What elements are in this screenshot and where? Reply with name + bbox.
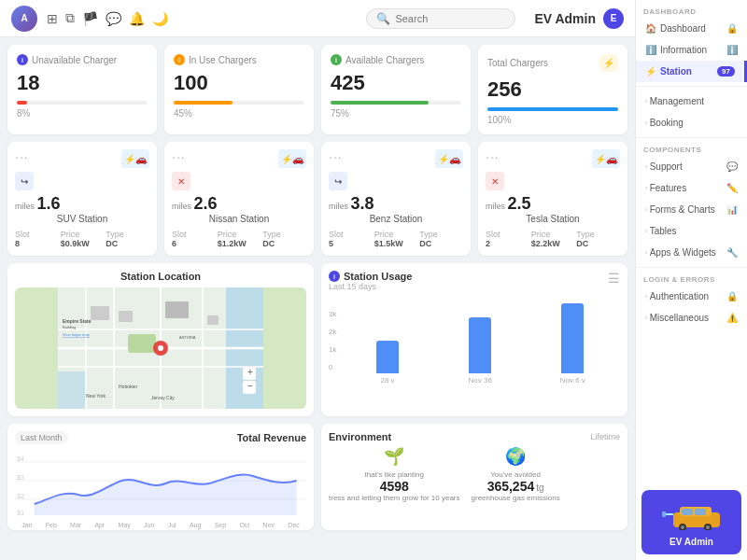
station-nav-nissan[interactable]: ✕ [172, 172, 190, 190]
stat-card-inuse: i In Use Chargers 100 45% [164, 45, 314, 134]
bar-item-2: Nov 36 [437, 317, 524, 385]
search-bar[interactable]: 🔍 [366, 8, 515, 29]
dashboard-icon: 🏠 [645, 23, 656, 34]
svg-rect-11 [91, 306, 109, 320]
sidebar-item-tables[interactable]: ‹ Tables [636, 220, 747, 242]
bar-label-2: Nov 36 [469, 376, 492, 385]
grid-icon[interactable]: ⊞ [47, 11, 58, 26]
usage-menu-icon[interactable]: ☰ [608, 271, 620, 286]
svg-text:New York: New York [86, 393, 106, 399]
stat-card-title-inuse: i In Use Chargers [174, 54, 304, 65]
sidebar-item-dashboard[interactable]: 🏠 Dashboard 🔒 [636, 18, 747, 39]
sidebar-item-misc[interactable]: ‹ Miscellaneous ⚠️ [636, 307, 747, 329]
env-trees-desc: that's like planting [329, 470, 460, 479]
chat-icon[interactable]: 💬 [106, 11, 121, 26]
stat-card-unavailable: i Unavailable Charger 18 8% [7, 45, 157, 134]
sidebar-label-forms: Forms & Charts [650, 204, 726, 215]
station-distance-benz: 3.8 [351, 194, 374, 213]
stat-value-total: 256 [487, 77, 618, 102]
ev-admin-card: EV Admin [641, 490, 741, 554]
station-ev-icon-nissan: ⚡🚗 [278, 149, 306, 168]
station-nav-benz[interactable]: ↪ [329, 172, 347, 190]
usage-subtitle: Last 15 days [329, 282, 412, 291]
svg-point-42 [681, 525, 684, 529]
station-card-tesla: ··· ⚡🚗 ✕ miles 2.5 Tesla Station Slot2 P… [478, 142, 627, 256]
bar-chart: 28 v Nov 36 Nov 6 v [340, 310, 620, 385]
chevron-auth: ‹ [645, 292, 648, 301]
sidebar-section-label-dashboard: DASHBOARD [636, 4, 747, 18]
stat-bar-fill-total [487, 107, 618, 111]
bar-fill-3 [561, 303, 584, 373]
search-input[interactable] [395, 13, 507, 24]
avatar: A [11, 6, 37, 32]
sidebar-item-apps[interactable]: ‹ Apps & Widgets 🔧 [636, 242, 747, 263]
tree-icon: 🌱 [329, 446, 460, 467]
sidebar-item-forms[interactable]: ‹ Forms & Charts 📊 [636, 199, 747, 220]
revenue-line-chart: $4 $3 $2 $1 [15, 448, 306, 523]
svg-rect-36 [662, 511, 666, 517]
sidebar-label-information: Information [660, 45, 726, 55]
station-miles-nissan: miles [172, 202, 194, 211]
bar-fill-1 [376, 341, 399, 373]
sidebar-badge-station: 97 [717, 66, 735, 77]
info-icon-unavailable: i [17, 54, 28, 65]
svg-rect-13 [165, 301, 189, 318]
sidebar-icon-support: 💬 [726, 161, 738, 172]
stat-bar-unavailable [17, 101, 148, 105]
sidebar-icon-apps: 🔧 [726, 247, 738, 258]
sidebar-label-misc: Miscellaneous [650, 313, 726, 323]
brand-icon: E [603, 8, 624, 29]
station-nav-tesla[interactable]: ✕ [486, 172, 504, 190]
map-card-title: Station Location [15, 271, 306, 282]
sidebar-lock-icon-dashboard: 🔒 [726, 23, 738, 34]
layout-icon[interactable]: ⧉ [65, 10, 75, 26]
sidebar-item-auth[interactable]: ‹ Authentication 🔒 [636, 286, 747, 307]
station-cards-row: ··· ⚡🚗 ↪ miles 1.6 SUV Station Slot8 Pri… [7, 142, 627, 256]
env-co2-value: 365,254 [487, 479, 535, 494]
svg-rect-10 [128, 334, 156, 353]
sidebar-section-label-components: COMPONENTS [636, 142, 747, 156]
station-miles-benz: miles [329, 202, 351, 211]
chevron-forms: ‹ [645, 205, 648, 214]
sidebar-label-station: Station [660, 66, 717, 77]
station-card-header-nissan: ··· ⚡🚗 [172, 149, 306, 168]
bell-icon[interactable]: 🔔 [129, 11, 145, 26]
station-card-header-tesla: ··· ⚡🚗 [486, 149, 620, 168]
station-details-tesla: Slot2 Price$2.2kW TypeDC [486, 230, 620, 248]
stat-bar-fill-available [331, 101, 429, 105]
svg-point-44 [706, 525, 710, 529]
svg-text:$1: $1 [17, 510, 24, 517]
station-details-benz: Slot5 Price$1.5kW TypeDC [329, 230, 463, 248]
stat-card-total: Total Chargers ⚡ 256 100% [478, 45, 627, 134]
moon-icon[interactable]: 🌙 [152, 11, 168, 26]
sidebar: DASHBOARD 🏠 Dashboard 🔒 ℹ️ Information ℹ… [635, 0, 747, 560]
revenue-card: Last Month Total Revenue $4 $3 $2 [7, 424, 314, 530]
stat-percent-unavailable: 8% [17, 108, 148, 119]
sidebar-item-features[interactable]: ‹ Features ✏️ [636, 177, 747, 199]
map-container[interactable]: Empire State Building View larger map Ho… [15, 287, 306, 409]
station-miles-tesla: miles [486, 202, 508, 211]
header-right: EV Admin E [534, 8, 624, 29]
content-area: i Unavailable Charger 18 8% i In Use Cha… [0, 37, 635, 560]
station-nav-suv[interactable]: ↪ [15, 172, 34, 190]
stat-value-inuse: 100 [174, 71, 304, 95]
sidebar-item-booking[interactable]: ‹ Booking [636, 112, 747, 133]
sidebar-item-management[interactable]: ‹ Management [636, 91, 747, 112]
sidebar-icon-forms: 📊 [726, 204, 738, 215]
flag-icon[interactable]: 🏴 [82, 11, 98, 26]
chevron-apps: ‹ [645, 248, 648, 257]
sidebar-label-auth: Authentication [650, 291, 726, 301]
stat-card-available: i Available Chargers 425 75% [321, 45, 471, 134]
stat-card-title-unavailable: i Unavailable Charger [17, 54, 148, 65]
svg-text:Empire State: Empire State [63, 318, 92, 324]
sidebar-item-information[interactable]: ℹ️ Information ℹ️ [636, 39, 747, 61]
chevron-tables: ‹ [645, 227, 648, 235]
svg-rect-40 [695, 509, 706, 515]
sidebar-item-station[interactable]: ⚡ Station 97 [636, 61, 747, 82]
station-dots-tesla: ··· [486, 149, 500, 164]
station-miles-suv: miles [15, 202, 37, 211]
info-icon-usage: i [329, 271, 340, 282]
sidebar-item-support[interactable]: ‹ Support 💬 [636, 156, 747, 177]
station-dots-suv: ··· [15, 149, 29, 164]
station-name-benz: Benz Station [329, 214, 463, 224]
